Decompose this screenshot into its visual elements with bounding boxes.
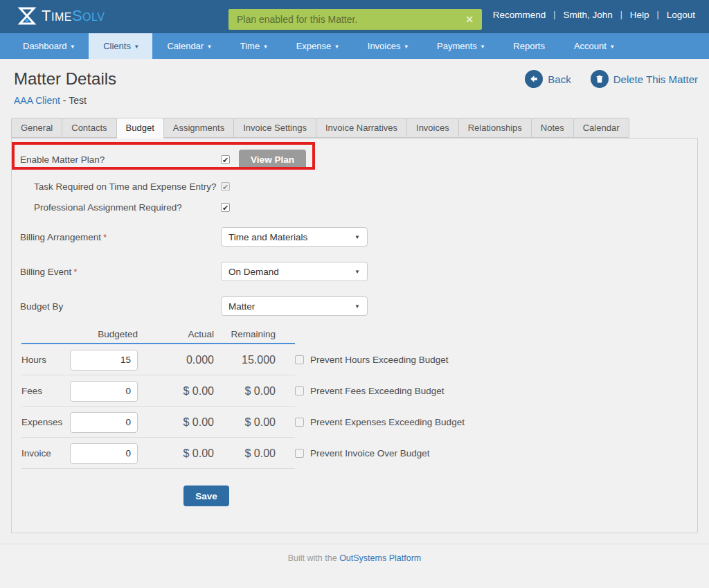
fees-remaining: $ 0.00 [214, 385, 276, 398]
outsystems-link[interactable]: OutSystems Platform [339, 553, 421, 563]
delete-matter-button[interactable]: Delete This Matter [591, 70, 698, 88]
billing-arrangement-label: Billing Arrangement [20, 232, 101, 242]
billing-event-select[interactable]: On Demand ▼ [221, 262, 368, 281]
recommend-link[interactable]: Recommend [493, 10, 546, 20]
caret-down-icon: ▾ [71, 43, 75, 50]
budget-table-header: Budgeted Actual Remaining [12, 321, 697, 339]
client-link[interactable]: AAA Client [14, 95, 60, 106]
select-caret-icon: ▼ [354, 234, 360, 240]
separator: | [620, 10, 622, 19]
select-caret-icon: ▼ [354, 269, 360, 275]
caret-down-icon: ▾ [335, 43, 339, 50]
expenses-remaining: $ 0.00 [214, 416, 276, 429]
nav-calendar[interactable]: Calendar▾ [152, 33, 225, 59]
nav-payments[interactable]: Payments▾ [422, 33, 499, 59]
invoice-label: Invoice [21, 448, 70, 458]
back-arrow-icon [525, 70, 543, 88]
separator: | [657, 10, 659, 19]
task-required-label: Task Required on Time and Expense Entry? [34, 181, 221, 192]
enable-matter-plan-checkbox[interactable]: ✔ [221, 155, 230, 164]
main-nav: Dashboard▾ Clients▾ Calendar▾ Time▾ Expe… [0, 33, 709, 59]
enable-matter-plan-row: Enable Matter Plan? ✔ View Plan [12, 143, 697, 176]
logout-link[interactable]: Logout [667, 10, 695, 20]
caret-down-icon: ▾ [135, 43, 138, 50]
invoice-row: Invoice $ 0.00 $ 0.00 Prevent Invoice Ov… [12, 438, 697, 469]
fees-actual: $ 0.00 [138, 385, 214, 398]
tab-notes[interactable]: Notes [531, 118, 574, 138]
expenses-row: Expenses $ 0.00 $ 0.00 Prevent Expenses … [12, 407, 697, 438]
required-asterisk: * [103, 232, 107, 242]
nav-invoices[interactable]: Invoices▾ [353, 33, 422, 59]
professional-assignment-checkbox[interactable]: ✔ [221, 203, 230, 212]
trash-icon [591, 70, 609, 88]
tab-general[interactable]: General [11, 118, 62, 138]
nav-clients[interactable]: Clients▾ [89, 33, 152, 59]
hours-remaining: 15.000 [214, 354, 276, 366]
enable-matter-plan-label: Enable Matter Plan? [20, 154, 221, 165]
prevent-fees-checkbox[interactable] [295, 386, 304, 395]
hours-budgeted-input[interactable] [70, 350, 138, 371]
hours-actual: 0.000 [138, 354, 214, 366]
nav-dashboard[interactable]: Dashboard▾ [8, 33, 89, 59]
matter-name: Test [69, 95, 87, 106]
prevent-fees-label: Prevent Fees Exceeding Budget [310, 386, 445, 396]
save-button[interactable]: Save [183, 485, 229, 506]
view-plan-button[interactable]: View Plan [239, 150, 306, 170]
tab-invoice-settings[interactable]: Invoice Settings [233, 118, 316, 138]
nav-account[interactable]: Account▾ [559, 33, 629, 59]
budget-by-label: Budget By [20, 301, 221, 312]
header-links: Recommend | Smith, John | Help | Logout [493, 0, 695, 29]
tab-budget[interactable]: Budget [116, 118, 164, 139]
tab-invoice-narratives[interactable]: Invoice Narratives [316, 118, 407, 138]
budget-tab-panel: Enable Matter Plan? ✔ View Plan Task Req… [11, 138, 698, 533]
notification-text: Plan enabled for this Matter. [237, 14, 357, 25]
budget-by-select[interactable]: Matter ▼ [221, 296, 368, 316]
tab-calendar[interactable]: Calendar [573, 118, 629, 138]
hours-label: Hours [21, 355, 70, 365]
invoice-budgeted-input[interactable] [70, 443, 138, 464]
tab-assignments[interactable]: Assignments [163, 118, 234, 138]
tab-bar: General Contacts Budget Assignments Invo… [11, 118, 698, 138]
back-button[interactable]: Back [525, 70, 571, 88]
page-title: Matter Details [14, 69, 116, 89]
billing-arrangement-row: Billing Arrangement* Time and Materials … [12, 222, 697, 252]
tab-contacts[interactable]: Contacts [62, 118, 116, 138]
expenses-label: Expenses [21, 417, 70, 427]
expenses-budgeted-input[interactable] [70, 412, 138, 433]
hourglass-logo-icon [17, 6, 37, 26]
tab-invoices[interactable]: Invoices [406, 118, 459, 138]
prevent-invoice-label: Prevent Invoice Over Budget [310, 448, 430, 458]
page-footer: Built with the OutSystems Platform [0, 544, 709, 588]
hours-row: Hours 0.000 15.000 Prevent Hours Exceedi… [12, 344, 697, 375]
expenses-actual: $ 0.00 [138, 416, 214, 429]
prevent-expenses-checkbox[interactable] [295, 418, 304, 427]
required-asterisk: * [73, 267, 77, 277]
timesolv-logo[interactable]: TimeSolv [17, 6, 105, 26]
main-content: Matter Details Back [0, 59, 709, 544]
billing-event-label: Billing Event [20, 267, 71, 277]
prevent-hours-checkbox[interactable] [295, 355, 304, 364]
professional-assignment-label: Professional Assignment Required? [34, 202, 221, 213]
caret-down-icon: ▾ [481, 43, 485, 50]
nav-expense[interactable]: Expense▾ [282, 33, 353, 59]
billing-arrangement-select[interactable]: Time and Materials ▼ [221, 227, 368, 247]
professional-assignment-row: Professional Assignment Required? ✔ [12, 197, 697, 217]
invoice-actual: $ 0.00 [138, 447, 214, 460]
notification-banner: Plan enabled for this Matter. ✕ [228, 9, 482, 30]
breadcrumb: AAA Client - Test [14, 95, 698, 106]
close-icon[interactable]: ✕ [465, 14, 474, 25]
caret-down-icon: ▾ [208, 43, 211, 50]
nav-time[interactable]: Time▾ [226, 33, 282, 59]
fees-row: Fees $ 0.00 $ 0.00 Prevent Fees Exceedin… [12, 375, 697, 407]
tab-relationships[interactable]: Relationships [458, 118, 532, 138]
prevent-invoice-checkbox[interactable] [295, 449, 304, 458]
task-required-checkbox: ✔ [221, 182, 230, 191]
remaining-header: Remaining [214, 329, 276, 339]
nav-reports[interactable]: Reports [499, 33, 559, 59]
select-caret-icon: ▼ [354, 303, 360, 310]
fees-budgeted-input[interactable] [70, 381, 138, 402]
budget-by-row: Budget By Matter ▼ [12, 291, 697, 321]
user-link[interactable]: Smith, John [563, 10, 612, 20]
help-link[interactable]: Help [630, 10, 649, 20]
separator: | [553, 10, 555, 19]
